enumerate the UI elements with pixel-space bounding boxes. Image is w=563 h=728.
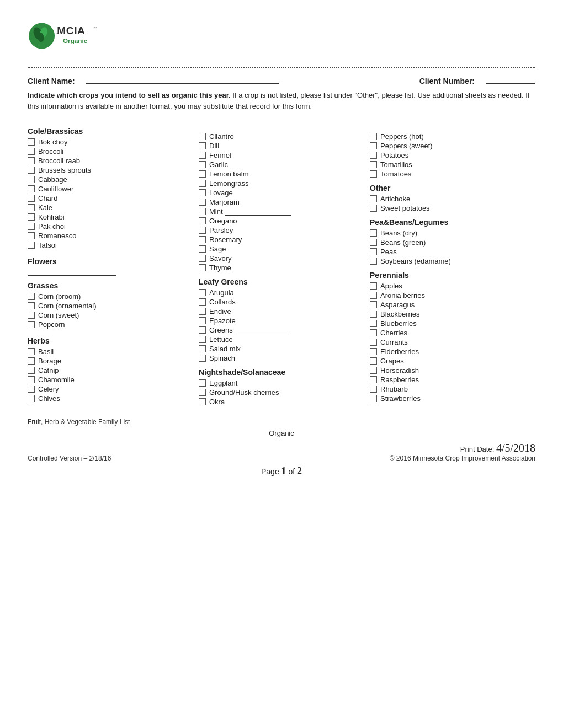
checkbox[interactable]	[28, 138, 35, 146]
checkbox[interactable]	[199, 264, 206, 271]
checkbox[interactable]	[370, 152, 377, 159]
print-date-row: Print Date: 4/5/2018	[390, 442, 535, 454]
svg-text:MCIA: MCIA	[57, 25, 85, 36]
checkbox[interactable]	[28, 302, 35, 309]
checkbox[interactable]	[28, 395, 35, 402]
list-item: Oregano	[199, 217, 364, 225]
section-perennials: Perennials	[370, 271, 535, 280]
checkbox[interactable]	[370, 301, 377, 308]
checkbox[interactable]	[370, 329, 377, 336]
list-item: Corn (broom)	[28, 292, 193, 301]
checkbox[interactable]	[199, 170, 206, 178]
checkbox[interactable]	[370, 311, 377, 318]
checkbox[interactable]	[370, 258, 377, 265]
flowers-write-in-line[interactable]	[28, 268, 116, 276]
checkbox[interactable]	[370, 339, 377, 346]
checkbox[interactable]	[370, 248, 377, 255]
checkbox[interactable]	[28, 321, 35, 328]
checkbox[interactable]	[199, 255, 206, 262]
checkbox[interactable]	[199, 345, 206, 352]
list-item: Apples	[370, 282, 535, 290]
checkbox[interactable]	[370, 170, 377, 178]
checkbox[interactable]	[199, 199, 206, 206]
checkbox[interactable]	[28, 386, 35, 393]
list-item: Lettuce	[199, 335, 364, 344]
checkbox[interactable]	[199, 336, 206, 343]
checkbox[interactable]	[199, 317, 206, 324]
checkbox[interactable]	[370, 376, 377, 383]
list-item: Cauliflower	[28, 185, 193, 193]
footer: Fruit, Herb & Vegetable Family List Orga…	[28, 418, 535, 477]
checkbox[interactable]	[199, 180, 206, 187]
checkbox[interactable]	[199, 398, 206, 405]
checkbox[interactable]	[370, 357, 377, 365]
checkbox[interactable]	[28, 357, 35, 365]
checkbox[interactable]	[370, 386, 377, 393]
checkbox[interactable]	[370, 142, 377, 149]
checkbox[interactable]	[28, 185, 35, 192]
checkbox[interactable]	[28, 213, 35, 221]
checkbox[interactable]	[370, 195, 377, 202]
checkbox[interactable]	[199, 142, 206, 149]
checkbox[interactable]	[28, 223, 35, 230]
checkbox[interactable]	[28, 232, 35, 239]
checkbox[interactable]	[28, 242, 35, 249]
checkbox[interactable]	[199, 245, 206, 253]
checkbox[interactable]	[199, 236, 206, 243]
checkbox[interactable]	[370, 348, 377, 355]
client-name-field[interactable]	[86, 75, 279, 84]
checkbox[interactable]	[199, 298, 206, 306]
checkbox[interactable]	[370, 161, 377, 168]
checkbox[interactable]	[28, 312, 35, 319]
checkbox[interactable]	[28, 195, 35, 202]
checkbox[interactable]	[370, 320, 377, 327]
svg-text:Organic: Organic	[63, 37, 88, 44]
checkbox[interactable]	[199, 161, 206, 168]
checkbox[interactable]	[28, 167, 35, 174]
checkbox[interactable]	[199, 133, 206, 140]
checkbox[interactable]	[199, 289, 206, 296]
list-item: Salad mix	[199, 345, 364, 353]
checkbox[interactable]	[28, 176, 35, 183]
list-item: Marjoram	[199, 198, 364, 206]
checkbox[interactable]	[199, 227, 206, 234]
checkbox[interactable]	[28, 348, 35, 355]
checkbox[interactable]	[28, 367, 35, 374]
checkbox[interactable]	[370, 292, 377, 299]
checkbox[interactable]	[199, 189, 206, 196]
checkbox[interactable]	[370, 282, 377, 290]
checkbox[interactable]	[199, 217, 206, 224]
client-number-field[interactable]	[486, 75, 535, 84]
list-item: Rosemary	[199, 235, 364, 244]
checkbox[interactable]	[370, 239, 377, 246]
checkbox[interactable]	[199, 308, 206, 315]
checkbox[interactable]	[28, 204, 35, 211]
list-item: Grapes	[370, 357, 535, 365]
checkbox[interactable]	[370, 229, 377, 237]
list-item: Cabbage	[28, 175, 193, 184]
checkbox[interactable]	[199, 389, 206, 396]
instruction-text: Indicate which crops you intend to sell …	[28, 90, 535, 111]
checkbox[interactable]	[370, 205, 377, 212]
greens-write-in-line[interactable]	[235, 326, 290, 334]
checkbox[interactable]	[28, 148, 35, 155]
checkbox[interactable]	[28, 293, 35, 300]
checkbox[interactable]	[199, 152, 206, 159]
checkbox[interactable]	[28, 376, 35, 383]
list-item: Sage	[199, 245, 364, 253]
checkbox[interactable]	[28, 157, 35, 164]
checkbox[interactable]	[199, 379, 206, 387]
svg-text:™: ™	[56, 32, 59, 35]
list-item: Chard	[28, 194, 193, 202]
list-item: Catnip	[28, 366, 193, 374]
logo-area: MCIA ™ Organic ™	[28, 11, 116, 61]
checkbox[interactable]	[199, 208, 206, 215]
footer-list-label: Fruit, Herb & Vegetable Family List	[28, 418, 535, 426]
checkbox[interactable]	[370, 367, 377, 374]
mcia-logo: MCIA ™ Organic ™	[28, 11, 116, 61]
checkbox[interactable]	[199, 326, 206, 334]
checkbox[interactable]	[199, 355, 206, 362]
mint-write-in-line[interactable]	[225, 208, 291, 216]
checkbox[interactable]	[370, 133, 377, 140]
checkbox[interactable]	[370, 395, 377, 402]
